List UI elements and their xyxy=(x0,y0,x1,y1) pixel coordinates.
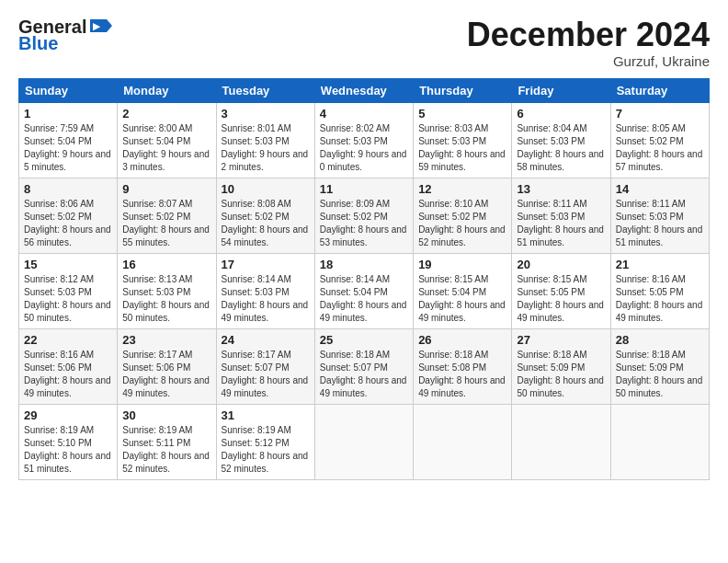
day-info: Sunrise: 8:01 AMSunset: 5:03 PMDaylight:… xyxy=(222,122,310,174)
day-info: Sunrise: 8:18 AMSunset: 5:09 PMDaylight:… xyxy=(616,349,704,400)
page: General ▶ Blue December 2024 Gurzuf, Ukr… xyxy=(0,0,728,563)
day-number: 21 xyxy=(616,258,704,271)
day-info: Sunrise: 8:18 AMSunset: 5:08 PMDaylight:… xyxy=(418,349,506,400)
day-info: Sunrise: 8:18 AMSunset: 5:07 PMDaylight:… xyxy=(320,349,408,400)
day-info: Sunrise: 8:06 AMSunset: 5:02 PMDaylight:… xyxy=(24,198,112,249)
day-number: 16 xyxy=(122,258,210,271)
day-number: 24 xyxy=(222,333,310,347)
day-number: 8 xyxy=(24,182,112,196)
day-info: Sunrise: 8:12 AMSunset: 5:03 PMDaylight:… xyxy=(24,273,112,325)
day-info: Sunrise: 8:07 AMSunset: 5:02 PMDaylight:… xyxy=(122,198,210,249)
day-number: 6 xyxy=(517,107,605,121)
calendar-table: SundayMondayTuesdayWednesdayThursdayFrid… xyxy=(18,78,710,480)
calendar-day-cell: 29Sunrise: 8:19 AMSunset: 5:10 PMDayligh… xyxy=(19,404,118,479)
day-info: Sunrise: 8:10 AMSunset: 5:02 PMDaylight:… xyxy=(418,198,506,249)
calendar-week-row: 1Sunrise: 7:59 AMSunset: 5:04 PMDaylight… xyxy=(19,102,710,178)
calendar-day-cell: 30Sunrise: 8:19 AMSunset: 5:11 PMDayligh… xyxy=(118,404,216,479)
calendar-day-cell: 7Sunrise: 8:05 AMSunset: 5:02 PMDaylight… xyxy=(610,102,709,178)
header: General ▶ Blue December 2024 Gurzuf, Ukr… xyxy=(18,17,710,69)
day-number: 31 xyxy=(222,408,310,422)
day-info: Sunrise: 8:15 AMSunset: 5:04 PMDaylight:… xyxy=(418,273,506,325)
calendar-header-row: SundayMondayTuesdayWednesdayThursdayFrid… xyxy=(19,78,710,102)
month-title: December 2024 xyxy=(467,17,710,53)
day-info: Sunrise: 8:09 AMSunset: 5:02 PMDaylight:… xyxy=(320,198,408,249)
day-info: Sunrise: 8:19 AMSunset: 5:10 PMDaylight:… xyxy=(24,424,112,476)
calendar-week-row: 15Sunrise: 8:12 AMSunset: 5:03 PMDayligh… xyxy=(19,253,710,328)
day-number: 10 xyxy=(222,182,310,196)
calendar-day-cell: 8Sunrise: 8:06 AMSunset: 5:02 PMDaylight… xyxy=(19,178,118,253)
day-number: 4 xyxy=(320,107,408,121)
day-info: Sunrise: 8:14 AMSunset: 5:03 PMDaylight:… xyxy=(222,273,310,325)
day-number: 5 xyxy=(418,107,506,121)
calendar-header-thursday: Thursday xyxy=(414,78,512,102)
subtitle: Gurzuf, Ukraine xyxy=(467,53,710,69)
calendar-week-row: 8Sunrise: 8:06 AMSunset: 5:02 PMDaylight… xyxy=(19,178,710,253)
calendar-day-cell: 11Sunrise: 8:09 AMSunset: 5:02 PMDayligh… xyxy=(314,178,413,253)
calendar-day-cell: 19Sunrise: 8:15 AMSunset: 5:04 PMDayligh… xyxy=(414,253,512,328)
day-info: Sunrise: 8:04 AMSunset: 5:03 PMDaylight:… xyxy=(517,122,605,174)
day-info: Sunrise: 8:05 AMSunset: 5:02 PMDaylight:… xyxy=(616,122,704,174)
calendar-day-cell xyxy=(610,404,709,479)
day-number: 9 xyxy=(122,182,210,196)
day-number: 1 xyxy=(24,107,112,121)
calendar-day-cell: 14Sunrise: 8:11 AMSunset: 5:03 PMDayligh… xyxy=(610,178,709,253)
calendar-day-cell: 27Sunrise: 8:18 AMSunset: 5:09 PMDayligh… xyxy=(512,328,610,404)
calendar-header-wednesday: Wednesday xyxy=(314,78,413,102)
calendar-day-cell: 3Sunrise: 8:01 AMSunset: 5:03 PMDaylight… xyxy=(216,102,314,178)
day-number: 28 xyxy=(616,333,704,347)
calendar-day-cell: 13Sunrise: 8:11 AMSunset: 5:03 PMDayligh… xyxy=(512,178,610,253)
day-info: Sunrise: 8:16 AMSunset: 5:05 PMDaylight:… xyxy=(616,273,704,325)
calendar-header-saturday: Saturday xyxy=(610,78,709,102)
calendar-day-cell: 2Sunrise: 8:00 AMSunset: 5:04 PMDaylight… xyxy=(118,102,216,178)
day-info: Sunrise: 8:11 AMSunset: 5:03 PMDaylight:… xyxy=(616,198,704,249)
calendar-header-tuesday: Tuesday xyxy=(216,78,314,102)
day-info: Sunrise: 8:19 AMSunset: 5:12 PMDaylight:… xyxy=(222,424,310,476)
day-number: 23 xyxy=(122,333,210,347)
calendar-day-cell: 10Sunrise: 8:08 AMSunset: 5:02 PMDayligh… xyxy=(216,178,314,253)
calendar-day-cell: 23Sunrise: 8:17 AMSunset: 5:06 PMDayligh… xyxy=(118,328,216,404)
logo-flag-icon: ▶ xyxy=(88,17,112,34)
day-number: 15 xyxy=(24,258,112,271)
day-number: 3 xyxy=(222,107,310,121)
day-number: 22 xyxy=(24,333,112,347)
title-area: December 2024 Gurzuf, Ukraine xyxy=(467,17,710,69)
calendar-day-cell: 26Sunrise: 8:18 AMSunset: 5:08 PMDayligh… xyxy=(414,328,512,404)
day-number: 27 xyxy=(517,333,605,347)
day-info: Sunrise: 8:00 AMSunset: 5:04 PMDaylight:… xyxy=(122,122,210,174)
calendar-day-cell xyxy=(414,404,512,479)
day-info: Sunrise: 8:19 AMSunset: 5:11 PMDaylight:… xyxy=(122,424,210,476)
day-number: 7 xyxy=(616,107,704,121)
calendar-day-cell: 5Sunrise: 8:03 AMSunset: 5:03 PMDaylight… xyxy=(414,102,512,178)
day-number: 30 xyxy=(122,408,210,422)
day-number: 11 xyxy=(320,182,408,196)
calendar-day-cell xyxy=(314,404,413,479)
day-info: Sunrise: 7:59 AMSunset: 5:04 PMDaylight:… xyxy=(24,122,112,174)
calendar-day-cell: 12Sunrise: 8:10 AMSunset: 5:02 PMDayligh… xyxy=(414,178,512,253)
calendar-week-row: 22Sunrise: 8:16 AMSunset: 5:06 PMDayligh… xyxy=(19,328,710,404)
calendar-day-cell: 4Sunrise: 8:02 AMSunset: 5:03 PMDaylight… xyxy=(314,102,413,178)
day-info: Sunrise: 8:17 AMSunset: 5:07 PMDaylight:… xyxy=(222,349,310,400)
logo: General ▶ Blue xyxy=(18,17,112,52)
calendar-day-cell: 21Sunrise: 8:16 AMSunset: 5:05 PMDayligh… xyxy=(610,253,709,328)
calendar-day-cell: 22Sunrise: 8:16 AMSunset: 5:06 PMDayligh… xyxy=(19,328,118,404)
day-number: 18 xyxy=(320,258,408,271)
calendar-day-cell: 28Sunrise: 8:18 AMSunset: 5:09 PMDayligh… xyxy=(610,328,709,404)
logo-blue-text: Blue xyxy=(18,34,58,52)
calendar-day-cell: 24Sunrise: 8:17 AMSunset: 5:07 PMDayligh… xyxy=(216,328,314,404)
calendar-day-cell: 20Sunrise: 8:15 AMSunset: 5:05 PMDayligh… xyxy=(512,253,610,328)
calendar-day-cell: 1Sunrise: 7:59 AMSunset: 5:04 PMDaylight… xyxy=(19,102,118,178)
day-info: Sunrise: 8:16 AMSunset: 5:06 PMDaylight:… xyxy=(24,349,112,400)
calendar-day-cell xyxy=(512,404,610,479)
calendar-header-sunday: Sunday xyxy=(19,78,118,102)
calendar-day-cell: 15Sunrise: 8:12 AMSunset: 5:03 PMDayligh… xyxy=(19,253,118,328)
calendar-day-cell: 18Sunrise: 8:14 AMSunset: 5:04 PMDayligh… xyxy=(314,253,413,328)
calendar-day-cell: 6Sunrise: 8:04 AMSunset: 5:03 PMDaylight… xyxy=(512,102,610,178)
day-number: 14 xyxy=(616,182,704,196)
calendar-day-cell: 25Sunrise: 8:18 AMSunset: 5:07 PMDayligh… xyxy=(314,328,413,404)
day-info: Sunrise: 8:13 AMSunset: 5:03 PMDaylight:… xyxy=(122,273,210,325)
day-number: 25 xyxy=(320,333,408,347)
day-number: 17 xyxy=(222,258,310,271)
day-info: Sunrise: 8:15 AMSunset: 5:05 PMDaylight:… xyxy=(517,273,605,325)
day-info: Sunrise: 8:03 AMSunset: 5:03 PMDaylight:… xyxy=(418,122,506,174)
calendar-header-monday: Monday xyxy=(118,78,216,102)
